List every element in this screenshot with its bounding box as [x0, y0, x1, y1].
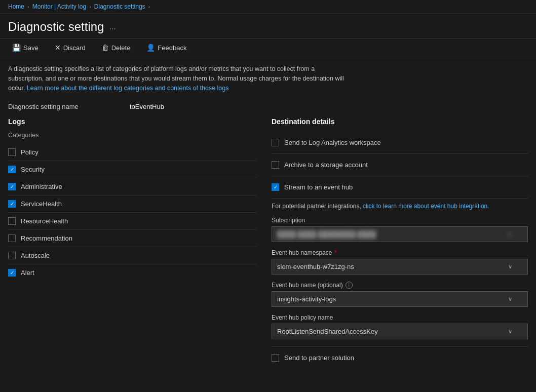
setting-name-row: Diagnostic setting name toEventHub — [0, 100, 536, 117]
event-hub-policy-value: RootListenSendSharedAccessKey — [277, 328, 378, 335]
logs-section-header: Logs — [8, 117, 256, 126]
security-label: Security — [21, 166, 45, 173]
event-hub-name-info-icon[interactable]: i — [346, 282, 353, 289]
discard-label: Discard — [63, 44, 86, 52]
subscription-label: Subscription — [272, 217, 528, 224]
toolbar: 💾 Save ✕ Discard 🗑 Delete 👤 Feedback — [0, 38, 536, 57]
storage-account-label: Archive to a storage account — [284, 161, 368, 169]
logs-panel: Logs Categories Policy Security Administ… — [8, 117, 266, 369]
required-indicator: * — [334, 249, 337, 256]
send-partner-destination: Send to partner solution — [272, 346, 528, 369]
event-hub-namespace-chevron-icon: ∨ — [508, 263, 512, 270]
list-item: Security — [8, 161, 256, 178]
list-item: Alert — [8, 264, 256, 281]
subscription-group: Subscription ████ ████ ████████ ████ ∨ — [272, 217, 528, 242]
policy-label: Policy — [21, 148, 39, 156]
page-title: Diagnostic setting — [8, 20, 104, 34]
save-label: Save — [23, 44, 39, 52]
event-hub-name-group: Event hub name (optional) i insights-act… — [272, 282, 528, 307]
event-hub-name-value: insights-activity-logs — [277, 295, 336, 303]
administrative-checkbox[interactable] — [8, 183, 16, 190]
servicehealth-label: ServiceHealth — [21, 200, 62, 208]
event-hub-namespace-dropdown[interactable]: siem-eventhub-w7z1zg-ns ∨ — [272, 259, 528, 275]
list-item: Policy — [8, 144, 256, 161]
event-hub-policy-chevron-icon: ∨ — [508, 328, 512, 335]
list-item: Autoscale — [8, 247, 256, 264]
alert-label: Alert — [21, 269, 34, 277]
breadcrumb-sep-1: › — [27, 4, 29, 10]
subscription-dropdown[interactable]: ████ ████ ████████ ████ ∨ — [272, 226, 528, 242]
page-header: Diagnostic setting ... — [0, 14, 536, 38]
partner-link[interactable]: click to learn more about event hub inte… — [363, 203, 489, 210]
breadcrumb-monitor[interactable]: Monitor | Activity log — [32, 3, 87, 10]
delete-icon: 🗑 — [102, 44, 109, 52]
delete-label: Delete — [111, 44, 131, 52]
send-partner-checkbox[interactable] — [272, 354, 279, 362]
send-partner-label: Send to partner solution — [284, 354, 354, 362]
main-content: Logs Categories Policy Security Administ… — [0, 117, 536, 369]
discard-icon: ✕ — [55, 44, 61, 52]
breadcrumb: Home › Monitor | Activity log › Diagnost… — [0, 0, 536, 14]
administrative-label: Administrative — [21, 183, 62, 190]
autoscale-checkbox[interactable] — [8, 252, 16, 259]
event-hub-destination: Stream to an event hub — [272, 176, 528, 199]
event-hub-name-label: Event hub name (optional) i — [272, 282, 528, 289]
autoscale-label: Autoscale — [21, 252, 50, 259]
list-item: Administrative — [8, 178, 256, 195]
resourcehealth-checkbox[interactable] — [8, 217, 16, 225]
partner-text-prefix: For potential partner integrations, — [272, 203, 361, 210]
feedback-icon: 👤 — [146, 44, 155, 52]
event-hub-policy-dropdown[interactable]: RootListenSendSharedAccessKey ∨ — [272, 324, 528, 339]
save-button[interactable]: 💾 Save — [8, 42, 43, 54]
event-hub-name-dropdown[interactable]: insights-activity-logs ∨ — [272, 291, 528, 307]
setting-name-label: Diagnostic setting name — [8, 103, 130, 110]
description-area: A diagnostic setting specifies a list of… — [0, 57, 355, 100]
event-hub-namespace-label: Event hub namespace * — [272, 249, 528, 256]
security-checkbox[interactable] — [8, 166, 16, 173]
event-hub-policy-group: Event hub policy name RootListenSendShar… — [272, 314, 528, 339]
servicehealth-checkbox[interactable] — [8, 200, 16, 208]
list-item: ResourceHealth — [8, 213, 256, 230]
delete-button[interactable]: 🗑 Delete — [98, 42, 135, 54]
list-item: Recommendation — [8, 230, 256, 247]
policy-checkbox[interactable] — [8, 148, 16, 156]
partner-text: For potential partner integrations, clic… — [272, 199, 528, 217]
categories-subsection-header: Categories — [8, 132, 256, 139]
log-analytics-label: Send to Log Analytics workspace — [284, 139, 381, 146]
breadcrumb-home[interactable]: Home — [8, 3, 24, 10]
list-item: ServiceHealth — [8, 195, 256, 213]
storage-account-checkbox[interactable] — [272, 161, 279, 169]
breadcrumb-diagnostic-settings[interactable]: Diagnostic settings — [94, 3, 145, 10]
resourcehealth-label: ResourceHealth — [21, 217, 68, 225]
destination-panel: Destination details Send to Log Analytic… — [266, 117, 528, 369]
event-hub-namespace-group: Event hub namespace * siem-eventhub-w7z1… — [272, 249, 528, 275]
recommendation-label: Recommendation — [21, 234, 72, 242]
breadcrumb-sep-3: › — [148, 4, 150, 10]
subscription-value: ████ ████ ████████ ████ — [277, 230, 376, 238]
log-analytics-checkbox[interactable] — [272, 139, 279, 146]
event-hub-policy-label: Event hub policy name — [272, 314, 528, 321]
alert-checkbox[interactable] — [8, 269, 16, 277]
event-hub-label: Stream to an event hub — [284, 183, 353, 191]
feedback-button[interactable]: 👤 Feedback — [142, 42, 190, 54]
page-options-button[interactable]: ... — [109, 22, 116, 31]
event-hub-namespace-value: siem-eventhub-w7z1zg-ns — [277, 263, 354, 270]
log-analytics-destination: Send to Log Analytics workspace — [272, 132, 528, 154]
setting-name-value: toEventHub — [130, 103, 164, 110]
breadcrumb-sep-2: › — [89, 4, 91, 10]
feedback-label: Feedback — [158, 44, 186, 52]
description-link[interactable]: Learn more about the different log categ… — [27, 85, 229, 92]
discard-button[interactable]: ✕ Discard — [51, 42, 90, 54]
destination-section-header: Destination details — [272, 117, 528, 126]
storage-account-destination: Archive to a storage account — [272, 154, 528, 176]
recommendation-checkbox[interactable] — [8, 234, 16, 242]
event-hub-name-chevron-icon: ∨ — [508, 296, 512, 302]
subscription-chevron-icon: ∨ — [507, 230, 512, 238]
event-hub-checkbox[interactable] — [272, 183, 279, 191]
save-icon: 💾 — [12, 44, 21, 52]
